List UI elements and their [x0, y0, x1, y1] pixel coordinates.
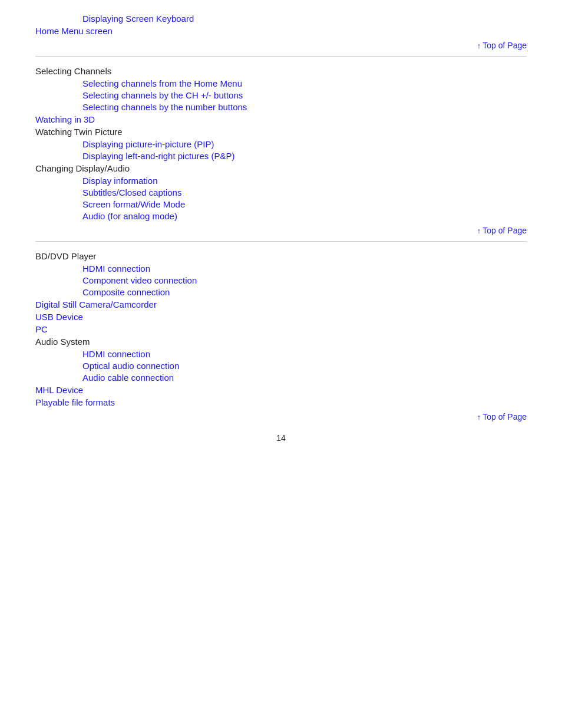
audio-hdmi-connection-item: HDMI connection: [35, 349, 527, 359]
selecting-channels-by-number-link[interactable]: Selecting channels by the number buttons: [82, 102, 247, 112]
selecting-channels-from-home-menu-item: Selecting channels from the Home Menu: [35, 78, 527, 88]
watching-in-3d-item: Watching in 3D: [35, 114, 527, 124]
top-of-page-link-2[interactable]: ↑ Top of Page: [477, 226, 527, 235]
usb-device-item: USB Device: [35, 312, 527, 322]
home-menu-screen-item: Home Menu screen: [35, 26, 527, 36]
optical-audio-connection-link[interactable]: Optical audio connection: [82, 361, 179, 371]
top-of-page-label-1: Top of Page: [482, 41, 527, 50]
top-of-page-row-2: ↑ Top of Page: [35, 226, 527, 235]
audio-system-title: Audio System: [35, 337, 527, 347]
bd-dvd-player-title: BD/DVD Player: [35, 251, 527, 261]
top-of-page-link-1[interactable]: ↑ Top of Page: [477, 41, 527, 50]
watching-in-3d-link[interactable]: Watching in 3D: [35, 114, 95, 124]
digital-still-camera-link[interactable]: Digital Still Camera/Camcorder: [35, 299, 157, 309]
component-video-connection-item: Component video connection: [35, 275, 527, 285]
screen-format-wide-mode-link[interactable]: Screen format/Wide Mode: [82, 199, 185, 209]
selecting-channels-by-number-item: Selecting channels by the number buttons: [35, 102, 527, 112]
playable-file-formats-item: Playable file formats: [35, 397, 527, 407]
selecting-channels-by-ch-item: Selecting channels by the CH +/- buttons: [35, 90, 527, 100]
audio-cable-connection-item: Audio cable connection: [35, 373, 527, 383]
bd-hdmi-connection-item: HDMI connection: [35, 263, 527, 274]
playable-file-formats-link[interactable]: Playable file formats: [35, 397, 115, 407]
top-of-page-label-2: Top of Page: [482, 226, 527, 235]
displaying-screen-keyboard-item: Displaying Screen Keyboard: [35, 14, 527, 24]
top-of-page-arrow-1: ↑: [477, 41, 481, 50]
display-information-item: Display information: [35, 176, 527, 186]
usb-device-link[interactable]: USB Device: [35, 312, 83, 322]
mhl-device-item: MHL Device: [35, 385, 527, 395]
audio-analog-mode-item: Audio (for analog mode): [35, 211, 527, 221]
home-menu-screen-link[interactable]: Home Menu screen: [35, 26, 113, 36]
top-of-page-row-3: ↑ Top of Page: [35, 412, 527, 421]
pc-link[interactable]: PC: [35, 324, 48, 334]
top-of-page-arrow-3: ↑: [477, 413, 481, 421]
subtitles-closed-captions-link[interactable]: Subtitles/Closed captions: [82, 187, 181, 197]
composite-connection-item: Composite connection: [35, 287, 527, 297]
displaying-screen-keyboard-link[interactable]: Displaying Screen Keyboard: [82, 14, 194, 24]
digital-still-camera-item: Digital Still Camera/Camcorder: [35, 299, 527, 309]
section-bd-dvd-player: BD/DVD Player HDMI connection Component …: [35, 251, 527, 407]
bd-hdmi-connection-link[interactable]: HDMI connection: [82, 263, 150, 274]
page-number: 14: [35, 433, 527, 443]
top-of-page-arrow-2: ↑: [477, 226, 481, 235]
divider-1: [35, 56, 527, 57]
selecting-channels-by-ch-link[interactable]: Selecting channels by the CH +/- buttons: [82, 90, 243, 100]
pc-item: PC: [35, 324, 527, 334]
subtitles-closed-captions-item: Subtitles/Closed captions: [35, 187, 527, 197]
mhl-device-link[interactable]: MHL Device: [35, 385, 83, 395]
audio-cable-connection-link[interactable]: Audio cable connection: [82, 373, 174, 383]
pnp-item: Displaying left-and-right pictures (P&P): [35, 151, 527, 161]
top-of-page-row-1: ↑ Top of Page: [35, 41, 527, 50]
audio-analog-mode-link[interactable]: Audio (for analog mode): [82, 211, 177, 221]
watching-twin-picture-title: Watching Twin Picture: [35, 127, 527, 137]
selecting-channels-title: Selecting Channels: [35, 66, 527, 76]
top-of-page-label-3: Top of Page: [482, 412, 527, 421]
composite-connection-link[interactable]: Composite connection: [82, 287, 170, 297]
screen-format-wide-mode-item: Screen format/Wide Mode: [35, 199, 527, 209]
changing-display-audio-title: Changing Display/Audio: [35, 163, 527, 173]
pip-link[interactable]: Displaying picture-in-picture (PIP): [82, 139, 214, 149]
audio-hdmi-connection-link[interactable]: HDMI connection: [82, 349, 150, 359]
pip-item: Displaying picture-in-picture (PIP): [35, 139, 527, 149]
top-of-page-link-3[interactable]: ↑ Top of Page: [477, 412, 527, 421]
pnp-link[interactable]: Displaying left-and-right pictures (P&P): [82, 151, 234, 161]
section-selecting-channels: Selecting Channels Selecting channels fr…: [35, 66, 527, 221]
selecting-channels-from-home-menu-link[interactable]: Selecting channels from the Home Menu: [82, 78, 242, 88]
display-information-link[interactable]: Display information: [82, 176, 158, 186]
divider-2: [35, 241, 527, 242]
component-video-connection-link[interactable]: Component video connection: [82, 275, 197, 285]
top-links-section: Displaying Screen Keyboard Home Menu scr…: [35, 14, 527, 36]
optical-audio-connection-item: Optical audio connection: [35, 361, 527, 371]
